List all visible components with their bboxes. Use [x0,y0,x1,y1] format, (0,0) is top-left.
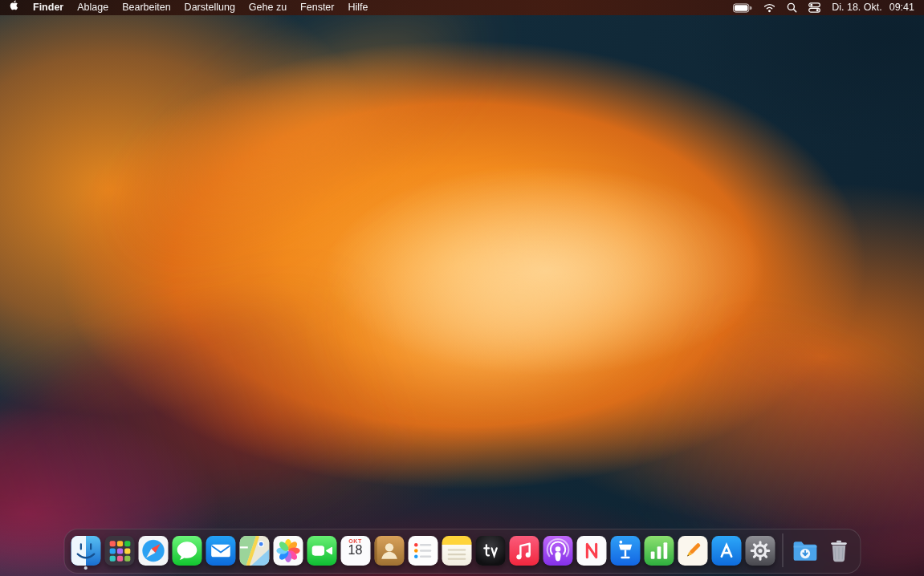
dock-app-reminders[interactable] [408,536,438,566]
menu-items: AblageBearbeitenDarstellungGehe zuFenste… [77,0,368,15]
numbers-icon [644,536,674,566]
dock-app-news[interactable] [576,536,606,566]
podcasts-icon [543,536,572,566]
dock-shortcut-trash[interactable] [824,536,853,566]
downloads-icon [790,536,820,566]
menu-bar-status: Di. 18. Okt. 09:41 [733,0,914,15]
macos-desktop: Finder AblageBearbeitenDarstellungGehe z… [0,0,924,576]
dock-app-maps[interactable] [239,536,269,566]
calendar-icon: OKT18 [340,536,370,566]
dock-app-calendar[interactable]: OKT18 [340,536,370,566]
settings-icon [745,536,775,566]
trash-icon [824,536,853,566]
dock-divider [782,533,783,567]
news-icon [576,536,606,566]
battery-icon[interactable] [733,3,752,13]
contacts-icon [374,536,404,566]
control-center-icon[interactable] [808,2,820,13]
dock-app-launchpad[interactable] [104,536,134,566]
pages-icon [678,536,707,566]
running-indicator [84,566,88,570]
appstore-icon [711,536,741,566]
dock-apps: OKT18 [71,536,775,566]
photos-icon [273,536,303,566]
menu-bar-clock[interactable]: Di. 18. Okt. 09:41 [832,0,914,15]
dock-app-notes[interactable] [442,536,471,566]
dock-app-facetime[interactable] [307,536,336,566]
reminders-icon [408,536,438,566]
menu-active-app[interactable]: Finder [33,0,63,15]
menu-ablage[interactable]: Ablage [77,0,108,15]
menu-bar: Finder AblageBearbeitenDarstellungGehe z… [0,0,924,15]
dock-app-safari[interactable] [138,536,168,566]
menu-darstellung[interactable]: Darstellung [185,0,235,15]
dock-app-podcasts[interactable] [543,536,572,566]
maps-icon [239,536,269,566]
facetime-icon [307,536,336,566]
dock-app-mail[interactable] [206,536,235,566]
menu-fenster[interactable]: Fenster [300,0,334,15]
messages-icon [172,536,201,566]
menu-bearbeiten[interactable]: Bearbeiten [122,0,170,15]
dock-app-keynote[interactable] [610,536,640,566]
dock-app-settings[interactable] [745,536,775,566]
notes-icon [442,536,471,566]
safari-icon [138,536,168,566]
menu-gehe-zu[interactable]: Gehe zu [249,0,287,15]
dock-shortcuts [790,536,853,566]
finder-icon [71,536,100,566]
dock-app-messages[interactable] [172,536,201,566]
apple-logo-icon [10,0,19,16]
menu-hilfe[interactable]: Hilfe [348,0,368,15]
dock-app-finder[interactable] [71,536,100,566]
clock-time: 09:41 [889,0,914,15]
spotlight-search-icon[interactable] [787,2,797,13]
dock-app-music[interactable] [509,536,539,566]
dock-shortcut-downloads[interactable] [790,536,820,566]
tv-icon [475,536,505,566]
wifi-icon[interactable] [763,3,775,13]
dock-app-photos[interactable] [273,536,303,566]
dock-app-contacts[interactable] [374,536,404,566]
launchpad-icon [104,536,134,566]
desktop-wallpaper[interactable] [0,0,924,576]
dock-app-numbers[interactable] [644,536,674,566]
mail-icon [206,536,235,566]
dock-app-tv[interactable] [475,536,505,566]
clock-date: Di. 18. Okt. [832,0,882,15]
keynote-icon [610,536,640,566]
dock-app-appstore[interactable] [711,536,741,566]
dock: OKT18 [63,529,861,574]
apple-menu[interactable] [10,0,19,16]
music-icon [509,536,539,566]
dock-app-pages[interactable] [678,536,707,566]
